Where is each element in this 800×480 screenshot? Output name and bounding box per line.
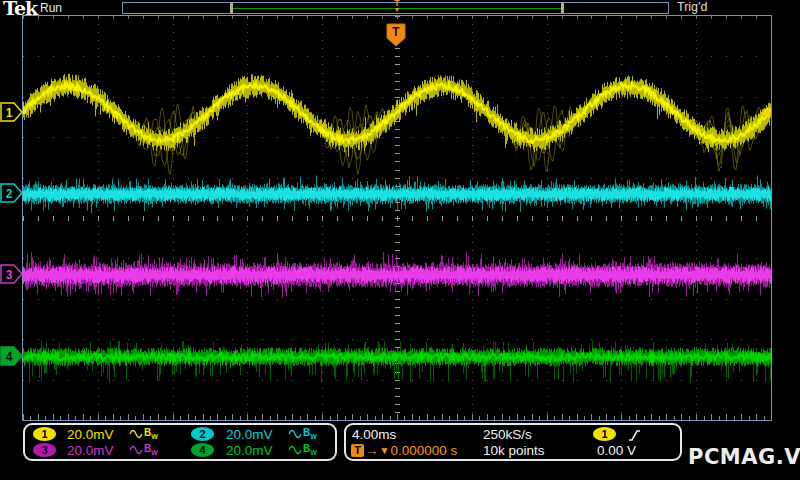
watermark: PCMAG.VN — [688, 445, 800, 469]
record-trigger-position-icon: T ▼ — [390, 0, 404, 13]
record-view-left-bracket — [230, 3, 233, 13]
ac-coupling-icon — [129, 428, 143, 440]
bandwidth-limit-icon: BW — [303, 443, 317, 456]
ac-coupling-icon — [129, 444, 143, 456]
channel-2-marker[interactable]: 2 — [0, 183, 23, 203]
trigger-source-badge: 1 — [593, 427, 616, 441]
rising-edge-slope-icon — [627, 428, 642, 442]
bandwidth-limit-icon: BW — [303, 427, 317, 440]
trigger-level-marker-icon: ▼ — [380, 445, 390, 456]
record-trigger-arrow-icon: ▼ — [390, 7, 404, 13]
trigger-level-readout: 0.00 V — [597, 443, 636, 458]
trigger-position-marker[interactable]: T — [386, 23, 406, 49]
channel-3-marker-label: 3 — [6, 268, 13, 282]
channel-3-badge: 3 — [33, 443, 56, 457]
channel-3-marker[interactable]: 3 — [0, 264, 23, 284]
channel-4-badge: 4 — [191, 443, 214, 457]
channel-1-badge: 1 — [33, 427, 56, 441]
horizontal-trigger-readouts-box: 4.00ms 250kS/s 1 T→▼0.000000 s 10k point… — [344, 423, 682, 461]
channel-3-scale: 20.0mV — [67, 443, 114, 458]
channel-1-marker-label: 1 — [6, 106, 13, 120]
bandwidth-limit-icon: BW — [144, 427, 158, 440]
scope-canvas — [23, 16, 771, 420]
channel-1-scale: 20.0mV — [67, 427, 114, 442]
channel-2-coupling: BW — [288, 427, 317, 440]
trigger-arrow-icon: → — [365, 443, 379, 458]
channel-2-marker-label: 2 — [6, 187, 13, 201]
channel-4-scale: 20.0mV — [226, 443, 273, 458]
ac-coupling-icon — [288, 428, 302, 440]
timebase-readout: 4.00ms — [352, 427, 396, 442]
trigger-position-readout: T→▼0.000000 s — [351, 443, 457, 458]
channel-1-coupling: BW — [129, 427, 158, 440]
trigger-status: Trig'd — [677, 0, 707, 14]
trigger-t-icon: T — [351, 444, 364, 457]
oscilloscope-screen: { "header": {"logo": "Tek", "acq_status"… — [0, 0, 800, 480]
channel-2-badge: 2 — [191, 427, 214, 441]
sample-rate-readout: 250kS/s — [483, 427, 532, 442]
record-view-right-bracket — [561, 3, 564, 13]
channel-2-scale: 20.0mV — [226, 427, 273, 442]
channel-1-marker[interactable]: 1 — [0, 102, 23, 122]
graticule — [22, 15, 772, 421]
channel-4-marker-label: 4 — [6, 350, 13, 364]
trigger-position-value: 0.000000 s — [390, 443, 457, 458]
trigger-flag-label: T — [392, 25, 400, 39]
bandwidth-limit-icon: BW — [144, 443, 158, 456]
ac-coupling-icon — [288, 444, 302, 456]
acquisition-status: Run — [40, 1, 62, 15]
channel-4-coupling: BW — [288, 443, 317, 456]
channel-3-coupling: BW — [129, 443, 158, 456]
vertical-readouts-box: 1 20.0mV BW 2 20.0mV BW 3 20.0mV BW 4 20… — [23, 423, 337, 461]
channel-4-marker[interactable]: 4 — [0, 346, 23, 366]
record-length-readout: 10k points — [483, 443, 545, 458]
